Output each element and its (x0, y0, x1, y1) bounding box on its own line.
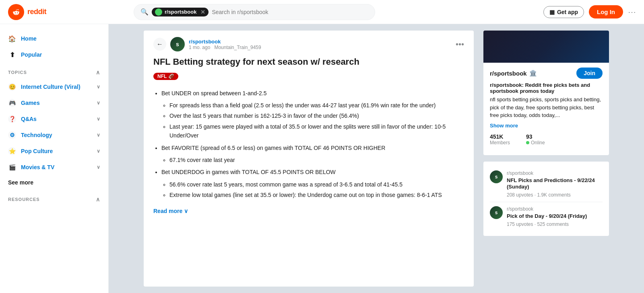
sidebar-item-movies-tv[interactable]: 🎬 Movies & TV ∨ (0, 159, 108, 175)
sidebar: 🏠 Home ⬆ Popular TOPICS ∧ 😊 Internet Cul… (0, 24, 109, 293)
online-label: Online (526, 140, 545, 145)
subreddit-badge-icon (155, 8, 162, 16)
bullet-item-2: Bet FAVORITE (spread of 6.5 or less) on … (161, 143, 464, 152)
sidebar-item-qas[interactable]: ❓ Q&As ∨ (0, 111, 108, 127)
sidebar-item-internet-culture[interactable]: 😊 Internet Culture (Viral) ∨ (0, 79, 108, 95)
more-options-button[interactable]: ⋯ (628, 7, 636, 17)
bullet-list-sub-1: For spreads less than a field goal (2.5 … (169, 101, 464, 140)
sub-bullet-2a: 67.1% cover rate last year (169, 156, 464, 164)
topics-section-header: TOPICS ∧ (0, 63, 108, 79)
related-post-2-info: r/sportsbook Pick of the Day - 9/20/24 (… (507, 206, 603, 227)
sidebar-item-games[interactable]: 🎮 Games ∨ (0, 95, 108, 111)
related-post-2-title[interactable]: Pick of the Day - 9/20/24 (Friday) (507, 213, 603, 220)
movies-tv-icon: 🎬 (8, 163, 16, 171)
related-post-2-comments: 525 comments (537, 221, 569, 227)
topics-chevron[interactable]: ∧ (96, 69, 100, 76)
members-label: Members (490, 140, 510, 145)
community-banner (483, 31, 609, 63)
read-more-chevron: ∨ (184, 208, 188, 214)
sidebar-movies-tv-label: Movies & TV (21, 164, 54, 170)
related-post-1-title[interactable]: NFL Picks and Predictions - 9/22/24 (Sun… (507, 177, 603, 191)
search-bar: 🔍 r/sportsbook ✕ (134, 4, 375, 20)
online-stat: 93 Online (526, 133, 545, 145)
logo[interactable]: reddit (8, 4, 46, 20)
related-post-1-avatar: s (490, 170, 503, 183)
read-more-section: Read more ∨ (153, 208, 464, 214)
online-dot (526, 141, 529, 144)
community-card: r/sportsbook 🏛️ Join r/sportsbook: Reddi… (483, 31, 609, 155)
sub-bullet-3a: 56.6% cover rate last 5 years, most comm… (169, 180, 464, 189)
subreddit-badge: r/sportsbook ✕ (152, 8, 208, 16)
technology-chevron: ∨ (97, 132, 100, 138)
related-post-2-subreddit[interactable]: r/sportsbook (507, 206, 603, 212)
join-button[interactable]: Join (576, 68, 603, 79)
main-content: ← s r/sportsbook 1 mo. ago Mountain_Trai… (109, 24, 644, 293)
sidebar-item-pop-culture[interactable]: ⭐ Pop Culture ∨ (0, 143, 108, 159)
read-more-label: Read more (153, 208, 182, 214)
community-body: r/sportsbook 🏛️ Join r/sportsbook: Reddi… (483, 63, 609, 155)
search-input[interactable] (212, 9, 368, 15)
search-icon: 🔍 (140, 8, 149, 16)
online-value: 93 (526, 133, 545, 140)
subreddit-close-btn[interactable]: ✕ (200, 9, 205, 15)
related-post-1-upvotes: 208 upvotes (507, 192, 533, 198)
related-post-1-info: r/sportsbook NFL Picks and Predictions -… (507, 170, 603, 198)
see-more-label: See more (8, 179, 33, 186)
see-more-button[interactable]: See more (0, 175, 108, 190)
community-trophy-icon: 🏛️ (529, 70, 537, 77)
post-meta: ← s r/sportsbook 1 mo. ago Mountain_Trai… (153, 37, 261, 51)
resources-header-label: RESOURCES (8, 197, 40, 202)
post-content: Bet UNDER on spread between 1-and-2.5 Fo… (153, 89, 464, 200)
header-right: ▦ Get app Log In ⋯ (543, 5, 636, 18)
technology-icon: ⚙ (8, 131, 16, 139)
related-post-2: s r/sportsbook Pick of the Day - 9/20/24… (490, 202, 603, 231)
reddit-logo-icon (8, 4, 24, 20)
sub-bullet-1b: Over the last 5 years that number is 162… (169, 111, 464, 120)
post-header: ← s r/sportsbook 1 mo. ago Mountain_Trai… (153, 37, 464, 51)
sub-bullet-1c: Last year: 15 games were played with a t… (169, 122, 464, 140)
post-time: 1 mo. ago (189, 45, 210, 50)
qr-icon: ▦ (549, 9, 555, 15)
internet-culture-icon: 😊 (8, 83, 16, 91)
post-flair[interactable]: NFL 🏈 (153, 73, 178, 80)
flair-emoji: 🏈 (168, 74, 174, 79)
related-post-1-meta: 208 upvotes · 1.9K comments (507, 192, 603, 198)
sidebar-qas-label: Q&As (21, 116, 37, 122)
sidebar-games-label: Games (21, 100, 40, 106)
community-name-text[interactable]: r/sportsbook (490, 70, 527, 77)
login-button[interactable]: Log In (589, 5, 623, 18)
community-name: r/sportsbook 🏛️ (490, 70, 537, 77)
sidebar-item-popular[interactable]: ⬆ Popular (0, 47, 108, 63)
related-post-1-subreddit[interactable]: r/sportsbook (507, 170, 603, 176)
read-more-button[interactable]: Read more ∨ (153, 208, 188, 214)
get-app-label: Get app (557, 9, 578, 15)
resources-chevron[interactable]: ∧ (96, 196, 100, 203)
post-sub-info: r/sportsbook 1 mo. ago Mountain_Train_94… (189, 39, 261, 50)
sidebar-item-home[interactable]: 🏠 Home (0, 31, 108, 47)
members-value: 451K (490, 133, 510, 140)
post-author[interactable]: Mountain_Train_9459 (214, 45, 261, 50)
show-more-link[interactable]: Show more (490, 123, 603, 129)
subreddit-badge-name: r/sportsbook (165, 9, 196, 15)
post-container: ← s r/sportsbook 1 mo. ago Mountain_Trai… (144, 31, 474, 287)
post-subreddit-name[interactable]: r/sportsbook (189, 39, 261, 45)
bullet-list-main-3: Bet UNDERDOG in games with TOTAL OF 45.5… (161, 168, 464, 176)
community-full-description: r/sportsbook: Reddit free picks bets and… (490, 82, 603, 94)
games-chevron: ∨ (97, 100, 100, 106)
sidebar-item-technology[interactable]: ⚙ Technology ∨ (0, 127, 108, 143)
post-options-button[interactable]: ••• (456, 40, 464, 49)
back-button[interactable]: ← (153, 38, 166, 51)
sidebar-technology-label: Technology (21, 132, 52, 138)
post-title: NFL Betting strategy for next season w/ … (153, 56, 464, 68)
get-app-button[interactable]: ▦ Get app (543, 6, 584, 18)
popular-icon: ⬆ (8, 51, 16, 59)
community-description: nfl sports betting picks, sports picks a… (490, 96, 603, 119)
bullet-list-sub-3: 56.6% cover rate last 5 years, most comm… (169, 180, 464, 200)
related-post-2-avatar: s (490, 206, 503, 219)
games-icon: 🎮 (8, 99, 16, 107)
internet-culture-chevron: ∨ (97, 84, 100, 90)
logo-text: reddit (27, 8, 46, 16)
sidebar-popular-label: Popular (21, 51, 42, 58)
sidebar-internet-culture-label: Internet Culture (Viral) (21, 84, 80, 90)
movies-tv-chevron: ∨ (97, 164, 100, 170)
